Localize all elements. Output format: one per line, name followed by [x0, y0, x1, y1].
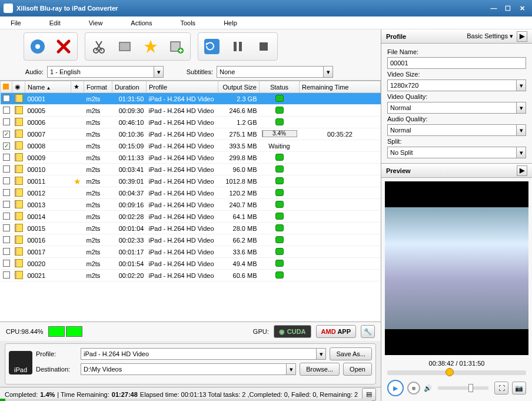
chevron-down-icon[interactable]: ▾ — [286, 364, 295, 375]
menu-tools[interactable]: Tools — [180, 19, 195, 26]
table-row[interactable]: 00001m2ts01:31:50iPad - H.264 HD Video2.… — [1, 93, 381, 105]
seek-knob[interactable] — [445, 368, 454, 376]
file-table[interactable]: ◉ Name ★ Format Duration Profile Output … — [0, 80, 381, 322]
volume-slider[interactable] — [438, 386, 488, 390]
table-row[interactable]: 00005m2ts00:09:30iPad - H.264 HD Video24… — [1, 105, 381, 117]
remove-button[interactable] — [51, 34, 76, 59]
profile-next-button[interactable]: ▶ — [517, 31, 527, 42]
preview-video[interactable] — [385, 181, 528, 355]
row-checkbox[interactable] — [3, 154, 10, 161]
col-remaining[interactable]: Remaining Time — [300, 81, 381, 93]
row-checkbox[interactable] — [3, 142, 10, 150]
menu-help[interactable]: Help — [224, 19, 237, 26]
col-profile[interactable]: Profile — [147, 81, 218, 93]
row-checkbox[interactable] — [3, 131, 10, 138]
table-row[interactable]: 00020m2ts00:01:54iPad - H.264 HD Video49… — [1, 258, 381, 270]
row-checkbox[interactable] — [3, 271, 10, 279]
destination-combo[interactable]: ▾ — [81, 363, 296, 375]
stop-preview-button[interactable]: ■ — [407, 382, 420, 395]
chevron-down-icon[interactable]: ▾ — [323, 67, 332, 77]
table-row[interactable]: 00017m2ts00:01:17iPad - H.264 HD Video33… — [1, 246, 381, 258]
menu-file[interactable]: File — [11, 19, 21, 26]
row-checkbox[interactable] — [3, 95, 10, 102]
convert-button[interactable] — [200, 34, 224, 59]
profile-combo[interactable]: ▾ — [81, 348, 326, 360]
table-row[interactable]: 00011★m2ts00:39:01iPad - H.264 HD Video1… — [1, 175, 381, 187]
row-checkbox[interactable] — [3, 189, 10, 196]
row-checkbox[interactable] — [3, 107, 10, 114]
basic-settings-link[interactable]: Basic Settings ▾ — [467, 32, 513, 40]
pause-button[interactable] — [225, 34, 250, 59]
chevron-down-icon[interactable]: ▾ — [154, 67, 163, 77]
table-row[interactable]: 00021m2ts00:02:20iPad - H.264 HD Video60… — [1, 270, 381, 281]
videosize-input[interactable] — [387, 79, 526, 91]
profile-input[interactable] — [81, 348, 326, 360]
filename-input[interactable] — [387, 57, 526, 69]
stop-button[interactable] — [251, 34, 276, 59]
cuda-badge[interactable]: ◉CUDA — [274, 325, 311, 338]
row-checkbox[interactable] — [3, 177, 10, 184]
aquality-input[interactable] — [387, 124, 526, 136]
chevron-down-icon[interactable]: ▾ — [316, 349, 325, 359]
play-button[interactable]: ▶ — [387, 380, 404, 396]
snapshot-button[interactable]: 📷 — [512, 382, 526, 395]
subtitles-combo[interactable]: ▾ — [217, 66, 333, 78]
table-row[interactable]: 00015m2ts00:01:04iPad - H.264 HD Video28… — [1, 223, 381, 234]
col-format[interactable]: Format — [84, 81, 112, 93]
row-checkbox[interactable] — [3, 260, 10, 267]
add-disc-button[interactable] — [25, 34, 50, 59]
chevron-down-icon[interactable]: ▾ — [516, 147, 526, 158]
col-status[interactable]: Status — [260, 81, 300, 93]
audio-input[interactable] — [47, 66, 164, 78]
col-output[interactable]: Output Size — [218, 81, 260, 93]
gpu-settings-button[interactable]: 🔧 — [361, 325, 375, 338]
amd-badge[interactable]: AMD APP — [316, 325, 356, 338]
vquality-input[interactable] — [387, 102, 526, 114]
clip-button[interactable] — [112, 34, 137, 59]
chevron-down-icon[interactable]: ▾ — [516, 80, 526, 91]
table-row[interactable]: 00016m2ts00:02:33iPad - H.264 HD Video66… — [1, 234, 381, 246]
destination-input[interactable] — [81, 363, 296, 375]
open-button[interactable]: Open — [343, 363, 372, 376]
row-checkbox[interactable] — [3, 118, 10, 125]
effects-button[interactable] — [138, 34, 163, 59]
table-row[interactable]: 00007m2ts00:10:36iPad - H.264 HD Video27… — [1, 128, 381, 140]
menu-view[interactable]: View — [89, 19, 103, 26]
audio-combo[interactable]: ▾ — [47, 66, 164, 78]
volume-icon[interactable]: 🔊 — [424, 385, 432, 392]
minimize-button[interactable]: — — [487, 3, 500, 14]
split-input[interactable] — [387, 147, 526, 158]
row-checkbox[interactable] — [3, 248, 10, 255]
row-checkbox[interactable] — [3, 224, 10, 231]
row-checkbox[interactable] — [3, 165, 10, 173]
preview-next-button[interactable]: ▶ — [517, 165, 527, 176]
save-as-button[interactable]: Save As... — [330, 347, 372, 360]
cut-button[interactable] — [87, 34, 111, 59]
table-row[interactable]: 00010m2ts00:03:41iPad - H.264 HD Video96… — [1, 164, 381, 175]
chevron-down-icon[interactable]: ▾ — [516, 102, 526, 113]
add-clip-button[interactable] — [164, 34, 189, 59]
chevron-down-icon[interactable]: ▾ — [516, 125, 526, 135]
volume-knob[interactable] — [468, 384, 473, 392]
close-button[interactable]: ✕ — [516, 3, 528, 14]
menu-edit[interactable]: Edit — [49, 19, 61, 26]
seek-slider[interactable] — [387, 370, 526, 375]
col-star[interactable]: ★ — [71, 81, 84, 93]
col-duration[interactable]: Duration — [112, 81, 147, 93]
table-row[interactable]: 00013m2ts00:09:16iPad - H.264 HD Video24… — [1, 199, 381, 211]
fullscreen-button[interactable]: ⛶ — [494, 382, 508, 395]
row-checkbox[interactable] — [3, 213, 10, 220]
table-row[interactable]: 00006m2ts00:46:10iPad - H.264 HD Video1.… — [1, 117, 381, 128]
star-icon[interactable]: ★ — [74, 177, 81, 186]
table-row[interactable]: 00009m2ts00:11:33iPad - H.264 HD Video29… — [1, 152, 381, 164]
table-row[interactable]: 00008m2ts00:15:09iPad - H.264 HD Video39… — [1, 140, 381, 152]
col-play-icon[interactable]: ◉ — [12, 81, 25, 93]
menu-actions[interactable]: Actions — [131, 19, 152, 26]
subtitles-input[interactable] — [217, 66, 333, 78]
table-row[interactable]: 00014m2ts00:02:28iPad - H.264 HD Video64… — [1, 211, 381, 223]
row-checkbox[interactable] — [3, 201, 10, 208]
browse-button[interactable]: Browse... — [300, 363, 340, 376]
maximize-button[interactable]: ☐ — [501, 3, 514, 14]
table-row[interactable]: 00012m2ts00:04:37iPad - H.264 HD Video12… — [1, 187, 381, 199]
select-all-icon[interactable] — [3, 84, 9, 90]
